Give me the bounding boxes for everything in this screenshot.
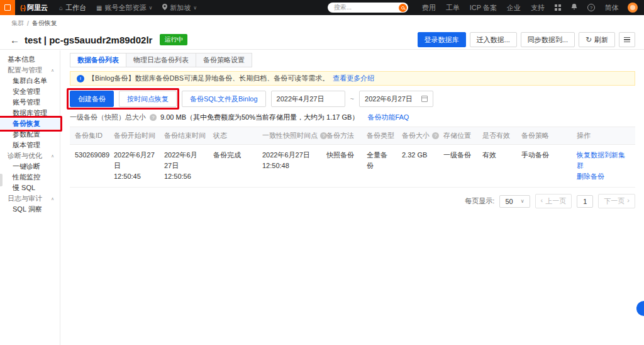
search-icon[interactable] [399,4,407,12]
summary-label: 一级备份（快照）总大小 [70,113,146,122]
page-title: test | pc-gs5auudr2m89d02lr [25,35,152,45]
create-backup-button[interactable]: 创建备份 [70,91,114,107]
topbar-link-expenses[interactable]: 费用 [417,0,441,15]
restore-point-button[interactable]: 按时间点恢复 [119,91,177,107]
per-page-select[interactable]: 50 ∨ [499,195,530,208]
help-tooltip-icon[interactable]: ? [150,114,157,121]
notifications-button[interactable] [566,0,582,15]
resource-scope-dropdown[interactable]: ▦ 账号全部资源 ∨ [91,0,157,15]
status-badge: 运行中 [160,34,187,45]
sidebar-item-basic-info[interactable]: 基本信息 [0,54,60,65]
sidebar-item-cluster-whitelist[interactable]: 集群白名单 [0,76,60,86]
sidebar-item-slow-sql[interactable]: 慢 SQL [0,183,60,193]
sidebar-section-diagnostics-optimization[interactable]: 诊断与优化 ∧ [0,150,60,161]
topbar-link-support[interactable]: 支持 [526,0,550,15]
sidebar-item-database-management[interactable]: 数据库管理 [0,108,60,118]
app-grid-icon [555,4,561,11]
info-icon: i [77,75,84,82]
tab-data-backup-list[interactable]: 数据备份列表 [70,53,126,67]
prev-page-label: 上一页 [545,196,566,206]
cell-valid: 有效 [477,145,516,187]
table-header: 备份集ID 备份开始时间 备份结束时间 状态 一致性快照时间点? 备份方法 备份… [70,127,635,145]
cell-size: 2.32 GB [397,145,438,187]
breadcrumb-cluster[interactable]: 集群 [11,19,24,28]
sync-data-button[interactable]: 同步数据到... [521,32,575,47]
per-page-label: 每页显示: [465,196,494,206]
summary-value: 9.00 MB（其中免费额度为50%当前存储用量，大约为 1.17 GB） [160,113,358,122]
topbar-link-enterprise[interactable]: 企业 [502,0,526,15]
search-input[interactable]: 搜索... [328,3,408,13]
page: (-) 阿里云 ⌂ 工作台 ▦ 账号全部资源 ∨ 新加坡 ∨ 搜索... 费用 … [0,0,644,345]
help-button[interactable]: ? [582,0,600,15]
aliyun-logo[interactable]: (-) 阿里云 [15,3,54,13]
back-button[interactable]: ← [10,35,19,45]
avatar[interactable] [628,3,638,13]
pagination: 每页显示: 50 ∨ ‹ 上一页 1 下一页 › [70,194,635,208]
sidebar-item-performance-monitoring[interactable]: 性能监控 [0,172,60,183]
sidebar-item-parameter-config[interactable]: 参数配置 [0,129,60,140]
login-database-button[interactable]: 登录数据库 [418,32,466,47]
search-placeholder: 搜索... [334,3,352,12]
app-launcher-button[interactable] [550,0,566,15]
sidebar-item-version-management[interactable]: 版本管理 [0,140,60,150]
chevron-up-icon: ∧ [51,65,54,76]
cell-policy: 手动备份 [516,145,572,187]
aliyun-logo-text: 阿里云 [27,3,48,13]
console-menu-button[interactable] [0,0,15,15]
topbar-link-tickets[interactable]: 工单 [441,0,465,15]
cell-start-time: 2022年6月27日 12:50:45 [109,145,159,187]
location-icon [162,4,167,11]
sidebar-section-label: 配置与管理 [8,66,42,74]
per-page-value: 50 [505,198,513,205]
next-page-label: 下一页 [604,196,625,206]
backup-sql-binlog-button[interactable]: 备份SQL文件及Binlog [182,91,266,107]
chevron-left-icon: ‹ [541,196,543,206]
col-snapshot-time: 一致性快照时间点? [257,127,321,144]
sidebar-item-sql-insight[interactable]: SQL 洞察 [0,204,60,215]
start-date-input[interactable]: 2022年4月27日 [271,91,345,107]
topbar-link-icp[interactable]: ICP 备案 [465,0,502,15]
cell-location: 一级备份 [438,145,477,187]
language-switcher[interactable]: 简体 [600,0,624,15]
cell-status: 备份完成 [208,145,257,187]
tab-backup-policy-settings[interactable]: 备份策略设置 [196,53,252,67]
table-row: 530269089 2022年6月27日 12:50:45 2022年6月27日… [70,145,635,188]
sidebar-item-one-click-diagnosis[interactable]: 一键诊断 [0,161,60,172]
chevron-up-icon: ∧ [51,193,54,204]
col-policy: 备份策略 [516,127,572,144]
col-valid: 是否有效 [477,127,516,144]
sidebar-item-account-management[interactable]: 账号管理 [0,97,60,108]
next-page-button[interactable]: 下一页 › [598,194,635,208]
sidebar-section-log-audit[interactable]: 日志与审计 ∧ [0,193,60,204]
cell-end-time: 2022年6月27日 12:50:56 [159,145,208,187]
bell-icon [571,4,577,12]
workbench-link[interactable]: ⌂ 工作台 [54,0,91,15]
workbench-label: 工作台 [65,3,86,13]
refresh-button[interactable]: ↻ 刷新 [579,32,615,47]
cell-type: 全量备份 [362,145,397,187]
restore-to-new-cluster-link[interactable]: 恢复数据到新集群 [577,150,631,171]
col-end-time: 备份结束时间 [159,127,208,144]
col-type: 备份类型 [362,127,397,144]
migrate-data-button[interactable]: 迁入数据... [470,32,517,47]
prev-page-button[interactable]: ‹ 上一页 [535,194,572,208]
sidebar-item-backup-restore[interactable]: 备份恢复 [0,118,60,129]
backup-faq-link[interactable]: 备份功能FAQ [367,113,409,122]
sidebar-section-config-management[interactable]: 配置与管理 ∧ [0,65,60,76]
cell-actions: 恢复数据到新集群 删除备份 [572,145,635,187]
delete-backup-link[interactable]: 删除备份 [577,171,631,182]
customize-list-button[interactable] [619,32,635,47]
sidebar-section-label: 日志与审计 [8,195,42,202]
grid-icon: ▦ [96,4,102,11]
sidebar-collapse-handle[interactable] [0,174,3,186]
sidebar-item-security-management[interactable]: 安全管理 [0,86,60,97]
tab-physical-log-backup-list[interactable]: 物理日志备份列表 [126,53,196,67]
end-date-input[interactable]: 2022年6月27日 [359,91,433,107]
col-status: 状态 [208,127,257,144]
region-label: 新加坡 [170,3,191,13]
current-page-button[interactable]: 1 [577,195,593,208]
info-banner: i 【Binlog备份】数据库备份DBS可满足异地备份、长期归档、备份可读等需求… [70,71,635,86]
banner-more-link[interactable]: 查看更多介绍 [333,74,374,83]
region-dropdown[interactable]: 新加坡 ∨ [157,0,202,15]
backup-size-summary: 一级备份（快照）总大小 ? 9.00 MB（其中免费额度为50%当前存储用量，大… [70,113,635,122]
